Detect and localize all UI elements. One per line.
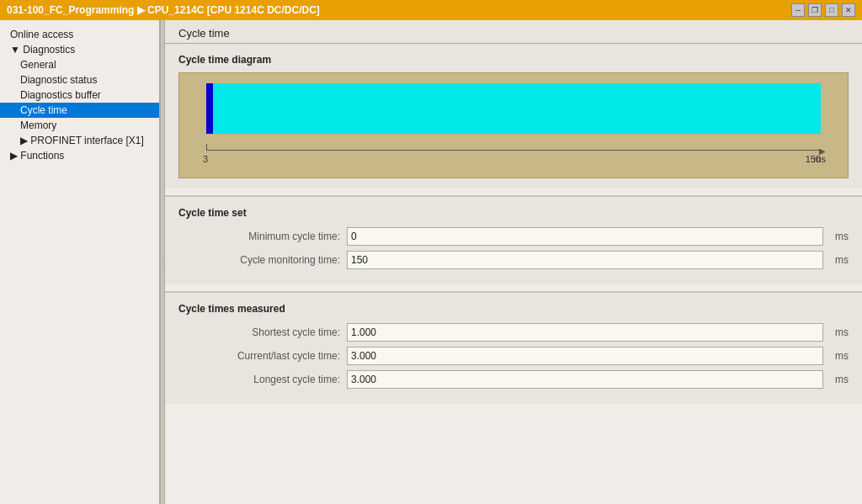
cycle-time-bar <box>206 83 821 134</box>
x-min-label: 3 <box>203 154 208 164</box>
title-bar: 031-100_FC_Programming ▶ CPU_1214C [CPU … <box>0 0 862 20</box>
cycle-set-input-1[interactable] <box>347 251 823 269</box>
sidebar-item-profinet-interface[interactable]: ▶ PROFINET interface [X1] <box>0 133 159 148</box>
measured-row-2: Longest cycle time:ms <box>178 370 849 389</box>
cycle-set-row-0: Minimum cycle time:ms <box>178 227 849 246</box>
cycle-times-measured-section: Cycle times measured Shortest cycle time… <box>165 291 862 404</box>
maximize-button[interactable]: □ <box>825 3 838 17</box>
window-controls: ─ ❐ □ ✕ <box>791 3 855 17</box>
cycle-set-label-1: Cycle monitoring time: <box>178 254 347 266</box>
diagram-section: Cycle time diagram ▶ ms 3 150 <box>165 44 862 188</box>
content-area: Cycle time Cycle time diagram ▶ ms 3 150 <box>165 20 862 504</box>
sidebar-item-functions[interactable]: ▶ Functions <box>0 148 159 163</box>
sidebar-item-diagnostics[interactable]: ▼ Diagnostics <box>0 42 159 57</box>
measured-title: Cycle times measured <box>178 303 849 315</box>
window-title: 031-100_FC_Programming ▶ CPU_1214C [CPU … <box>7 4 320 16</box>
measured-unit-2: ms <box>823 374 849 385</box>
sidebar-item-memory[interactable]: Memory <box>0 118 159 133</box>
cycle-set-fields: Minimum cycle time:msCycle monitoring ti… <box>178 227 849 269</box>
cycle-set-title: Cycle time set <box>178 207 849 219</box>
sidebar-item-online-access[interactable]: Online access <box>0 27 159 42</box>
x-max-label: 150 <box>806 154 821 164</box>
diagram-title: Cycle time diagram <box>178 54 849 66</box>
measured-unit-0: ms <box>823 326 849 338</box>
sidebar-item-diagnostic-status[interactable]: Diagnostic status <box>0 72 159 88</box>
sidebar-item-general[interactable]: General <box>0 57 159 72</box>
sidebar-item-cycle-time[interactable]: Cycle time <box>0 103 159 118</box>
close-button[interactable]: ✕ <box>842 3 855 17</box>
page-title: Cycle time <box>178 27 230 40</box>
measured-fields: Shortest cycle time:msCurrent/last cycle… <box>178 323 849 389</box>
measured-row-1: Current/last cycle time:ms <box>178 347 849 365</box>
cycle-set-row-1: Cycle monitoring time:ms <box>178 251 849 269</box>
measured-unit-1: ms <box>823 350 849 362</box>
diagram-container: ▶ ms 3 150 <box>178 72 849 178</box>
restore-button[interactable]: ❐ <box>808 3 822 17</box>
cycle-set-input-0[interactable] <box>347 227 823 246</box>
cycle-set-label-0: Minimum cycle time: <box>178 231 347 242</box>
cycle-set-unit-0: ms <box>823 231 849 242</box>
measured-input-1[interactable] <box>347 347 823 365</box>
measured-input-2[interactable] <box>347 370 823 389</box>
cycle-set-unit-1: ms <box>823 254 849 266</box>
current-cycle-bar <box>206 83 213 134</box>
diagram-chart: ▶ ms 3 150 <box>189 83 838 167</box>
measured-label-0: Shortest cycle time: <box>178 326 347 338</box>
measured-input-0[interactable] <box>347 323 823 342</box>
sidebar: Online access▼ Diagnostics General Diagn… <box>0 20 160 504</box>
y-tick <box>206 144 207 151</box>
cycle-time-set-section: Cycle time set Minimum cycle time:msCycl… <box>165 195 862 284</box>
main-layout: Online access▼ Diagnostics General Diagn… <box>0 20 862 504</box>
sidebar-item-diagnostics-buffer[interactable]: Diagnostics buffer <box>0 88 159 103</box>
measured-label-1: Current/last cycle time: <box>178 350 347 362</box>
page-title-bar: Cycle time <box>165 20 862 44</box>
x-axis: ▶ <box>206 150 821 151</box>
minimize-button[interactable]: ─ <box>791 3 805 17</box>
measured-label-2: Longest cycle time: <box>178 374 347 385</box>
measured-row-0: Shortest cycle time:ms <box>178 323 849 342</box>
